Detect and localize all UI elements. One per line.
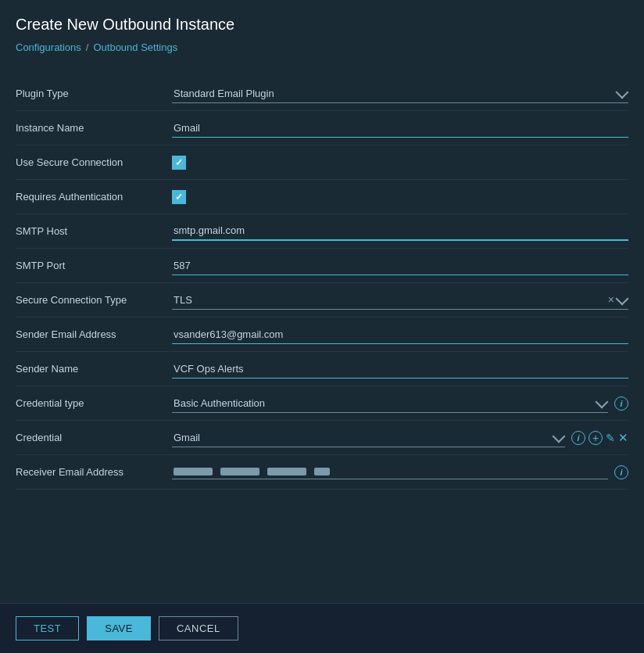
smtp-host-control: [172, 221, 628, 241]
plugin-type-control: Standard Email Plugin: [172, 84, 628, 103]
credential-row: Credential Gmail i + ✎ ✕: [16, 421, 628, 455]
credential-edit-icon[interactable]: ✎: [606, 432, 615, 444]
chevron-down-icon: [616, 85, 629, 99]
plugin-type-row: Plugin Type Standard Email Plugin: [16, 77, 628, 111]
smtp-host-label: SMTP Host: [16, 225, 172, 237]
receiver-email-control: i: [172, 465, 628, 479]
blurred-text-1: [174, 468, 213, 475]
sender-name-control: [172, 360, 628, 379]
breadcrumb-current: Outbound Settings: [93, 41, 177, 53]
credential-select-icons: [554, 432, 564, 443]
chevron-down-icon: [553, 429, 566, 443]
receiver-email-row: Receiver Email Address i: [16, 455, 628, 490]
secure-connection-type-label: Secure Connection Type: [16, 294, 172, 306]
sender-name-input[interactable]: [172, 360, 628, 379]
sender-email-label: Sender Email Address: [16, 328, 172, 340]
smtp-port-label: SMTP Port: [16, 260, 172, 271]
credential-info-icon[interactable]: i: [571, 431, 585, 445]
requires-auth-row: Requires Authentication ✓: [16, 180, 628, 214]
blurred-text-2: [220, 468, 259, 475]
smtp-host-input[interactable]: [172, 221, 628, 241]
test-button[interactable]: TEST: [16, 616, 79, 640]
checkmark-icon: ✓: [175, 192, 183, 203]
receiver-email-label: Receiver Email Address: [16, 466, 172, 478]
chevron-down-icon: [596, 395, 609, 408]
smtp-host-row: SMTP Host: [16, 214, 628, 249]
plugin-type-label: Plugin Type: [16, 88, 172, 99]
credential-type-label: Credential type: [16, 397, 172, 409]
form-container: Plugin Type Standard Email Plugin Instan…: [16, 77, 628, 490]
plugin-type-icons: [617, 88, 627, 99]
credential-control: Gmail i + ✎ ✕: [172, 429, 628, 447]
requires-auth-control: ✓: [172, 190, 628, 204]
sender-email-input[interactable]: [172, 325, 628, 344]
blurred-text-4: [314, 468, 330, 475]
secure-connection-type-icons: ×: [608, 293, 627, 306]
smtp-port-input[interactable]: [172, 257, 628, 275]
sender-name-label: Sender Name: [16, 363, 172, 375]
footer-bar: TEST SAVE CANCEL: [0, 603, 644, 653]
instance-name-control: [172, 119, 628, 138]
breadcrumb-separator: /: [86, 41, 89, 53]
breadcrumb: Configurations / Outbound Settings: [16, 41, 628, 53]
credential-add-icon[interactable]: +: [589, 431, 603, 445]
cancel-button[interactable]: CANCEL: [159, 616, 238, 640]
use-secure-connection-checkbox[interactable]: ✓: [172, 156, 186, 170]
receiver-email-info-icon[interactable]: i: [614, 465, 628, 479]
checkmark-icon: ✓: [175, 157, 183, 168]
chevron-down-icon: [616, 292, 629, 305]
page-container: Create New Outbound Instance Configurati…: [0, 0, 644, 552]
smtp-port-row: SMTP Port: [16, 249, 628, 283]
credential-type-icons: [597, 397, 606, 409]
secure-connection-type-control: TLS ×: [172, 290, 628, 310]
breadcrumb-parent[interactable]: Configurations: [16, 41, 81, 53]
credential-type-info-icon[interactable]: i: [614, 396, 628, 411]
secure-connection-type-select[interactable]: TLS ×: [172, 290, 628, 310]
clear-icon[interactable]: ×: [608, 293, 614, 306]
page-title: Create New Outbound Instance: [16, 16, 628, 34]
sender-email-row: Sender Email Address: [16, 318, 628, 352]
smtp-port-control: [172, 257, 628, 275]
requires-auth-checkbox[interactable]: ✓: [172, 190, 186, 204]
use-secure-connection-label: Use Secure Connection: [16, 156, 172, 168]
secure-connection-type-value: TLS: [174, 294, 608, 306]
receiver-email-blurred-area: [172, 465, 608, 479]
secure-connection-type-row: Secure Connection Type TLS ×: [16, 283, 628, 318]
use-secure-connection-row: Use Secure Connection ✓: [16, 145, 628, 180]
instance-name-label: Instance Name: [16, 122, 172, 134]
plugin-type-select[interactable]: Standard Email Plugin: [172, 84, 628, 103]
credential-delete-icon[interactable]: ✕: [618, 431, 628, 445]
credential-value: Gmail: [174, 432, 554, 443]
credential-type-row: Credential type Basic Authentication i: [16, 386, 628, 421]
credential-type-select[interactable]: Basic Authentication: [172, 394, 608, 413]
credential-type-control: Basic Authentication i: [172, 394, 628, 413]
requires-auth-label: Requires Authentication: [16, 191, 172, 203]
instance-name-input[interactable]: [172, 119, 628, 138]
sender-name-row: Sender Name: [16, 352, 628, 386]
instance-name-row: Instance Name: [16, 111, 628, 145]
credential-select[interactable]: Gmail: [172, 429, 565, 447]
plugin-type-value: Standard Email Plugin: [174, 88, 617, 99]
use-secure-connection-control: ✓: [172, 156, 628, 170]
credential-label: Credential: [16, 432, 172, 443]
credential-type-value: Basic Authentication: [174, 397, 597, 409]
save-button[interactable]: SAVE: [87, 616, 151, 640]
blurred-text-3: [267, 468, 306, 475]
sender-email-control: [172, 325, 628, 344]
